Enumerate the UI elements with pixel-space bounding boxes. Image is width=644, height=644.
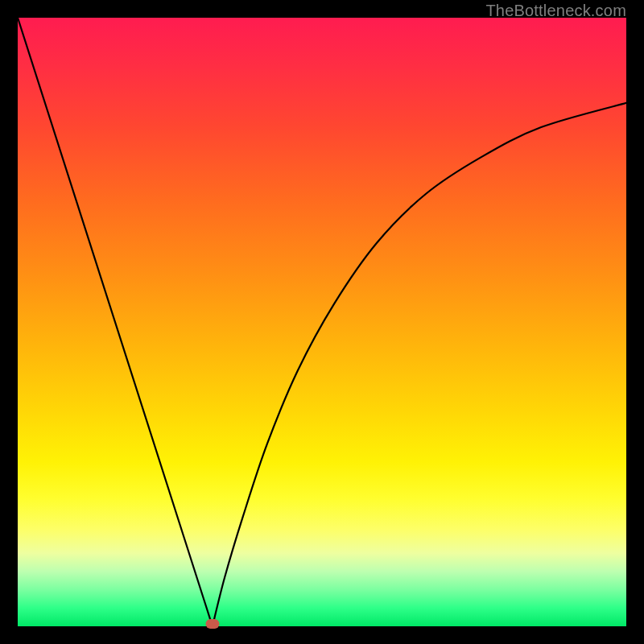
bottleneck-curve [18, 18, 626, 626]
plot-area [18, 18, 626, 626]
attribution-label: TheBottleneck.com [485, 2, 626, 20]
chart-container: TheBottleneck.com [0, 0, 644, 644]
minimum-marker [205, 619, 219, 629]
